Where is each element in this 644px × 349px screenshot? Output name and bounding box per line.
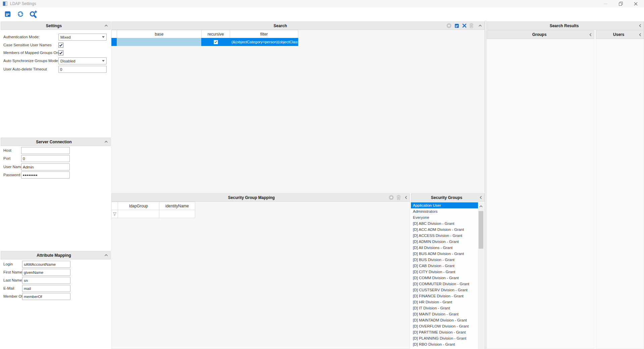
restore-button[interactable] bbox=[613, 0, 628, 7]
security-group-item[interactable]: [D] CAB Division - Grant bbox=[411, 263, 478, 269]
security-group-item[interactable]: Everyone bbox=[411, 214, 478, 220]
timeout-input[interactable] bbox=[58, 66, 107, 73]
collapse-left-icon[interactable] bbox=[405, 196, 407, 199]
security-groups-header: Security Groups bbox=[411, 193, 485, 202]
member-of-input[interactable] bbox=[22, 293, 70, 300]
login-input[interactable] bbox=[22, 261, 70, 268]
case-sensitive-label: Case Sensitive User Names bbox=[3, 42, 52, 49]
minimize-button[interactable] bbox=[598, 0, 613, 7]
security-group-item[interactable]: [D] BUS ADM Division - Grant bbox=[411, 251, 478, 257]
app-icon bbox=[3, 1, 7, 6]
search-row-base-cell[interactable] bbox=[117, 38, 202, 46]
groups-title: Groups bbox=[489, 32, 589, 37]
add-search-button[interactable] bbox=[28, 9, 38, 19]
search-col-header-filter[interactable]: filter bbox=[230, 30, 298, 38]
search-col-header-base[interactable]: base bbox=[117, 30, 202, 38]
attribute-mapping-title: Attribute Mapping bbox=[3, 253, 104, 258]
minimize-icon bbox=[604, 2, 607, 6]
security-group-item[interactable]: [D] OVERFLOW Division - Grant bbox=[411, 323, 478, 329]
mapping-filter-identityname-cell[interactable] bbox=[159, 210, 195, 218]
first-name-input[interactable] bbox=[22, 269, 70, 276]
security-group-item[interactable]: [D] IT Division - Grant bbox=[411, 305, 478, 311]
mapping-filter-row-header[interactable] bbox=[111, 210, 118, 218]
save-search-icon[interactable] bbox=[454, 23, 460, 29]
port-label: Port bbox=[3, 155, 10, 162]
auth-mode-dropdown[interactable]: Mixed bbox=[58, 34, 107, 41]
collapse-up-icon[interactable] bbox=[104, 141, 108, 143]
search-panel-body bbox=[111, 30, 485, 193]
password-label: Password bbox=[3, 171, 20, 179]
refresh-button[interactable] bbox=[15, 9, 25, 19]
chevron-down-icon bbox=[102, 36, 105, 38]
groups-results-body bbox=[487, 39, 594, 349]
search-grid-corner bbox=[111, 30, 117, 38]
security-group-item[interactable]: [D] PLANNING Division - Grant bbox=[411, 335, 478, 341]
security-group-item[interactable]: [D] CUSTSERV Division - Grant bbox=[411, 287, 478, 293]
delete-mapping-icon[interactable] bbox=[396, 195, 401, 200]
auto-sync-dropdown[interactable]: Disabled bbox=[58, 57, 107, 64]
collapse-left-icon[interactable] bbox=[480, 196, 482, 199]
search-row-recursive-cell[interactable] bbox=[201, 38, 230, 46]
security-group-item[interactable]: [D] HR Division - Grant bbox=[411, 299, 478, 305]
close-button[interactable] bbox=[628, 0, 643, 7]
email-input[interactable] bbox=[22, 285, 70, 292]
case-sensitive-checkbox[interactable] bbox=[58, 43, 63, 48]
check-icon bbox=[214, 41, 217, 43]
security-group-item[interactable]: [D] COMMUTER Division - Grant bbox=[411, 281, 478, 287]
chevron-down-icon bbox=[102, 60, 105, 62]
security-group-item[interactable]: [D] MAINTADM Division - Grant bbox=[411, 317, 478, 323]
mapping-filter-ldapgroup-cell[interactable] bbox=[118, 210, 159, 218]
security-group-item[interactable]: [D] ACC ADM Division - Grant bbox=[411, 227, 478, 233]
host-input[interactable] bbox=[21, 147, 70, 154]
mapping-col-header-identityname[interactable]: identityName bbox=[159, 202, 195, 210]
security-group-item[interactable]: [D] ABC Division - Grant bbox=[411, 220, 478, 227]
search-row-filter-cell[interactable]: (&(objectCategory=person)(objectClass=u bbox=[230, 38, 298, 46]
security-group-item[interactable]: [D] ACCESS Division - Grant bbox=[411, 233, 478, 239]
delete-row-icon[interactable] bbox=[469, 23, 474, 28]
mapping-col-header-ldapgroup[interactable]: ldapGroup bbox=[118, 202, 159, 210]
attribute-mapping-panel-header: Attribute Mapping bbox=[1, 251, 111, 259]
host-label: Host bbox=[3, 147, 11, 154]
security-group-item[interactable]: [D] PARTTIME Division - Grant bbox=[411, 329, 478, 335]
auto-sync-value: Disabled bbox=[60, 59, 75, 63]
port-input[interactable] bbox=[21, 155, 70, 162]
security-group-item[interactable]: [D] RBO Division - Grant bbox=[411, 341, 478, 347]
security-group-mapping-body bbox=[111, 201, 410, 349]
collapse-left-icon[interactable] bbox=[639, 24, 641, 28]
server-connection-panel-header: Server Connection bbox=[1, 138, 111, 146]
security-group-item[interactable]: [D] CITY Division - Grant bbox=[411, 269, 478, 275]
search-add-icon bbox=[29, 10, 38, 18]
collapse-up-icon[interactable] bbox=[104, 24, 108, 27]
ldap-settings-window: LDAP Settings Settings Authenticatio bbox=[0, 0, 644, 349]
security-groups-scrollbar[interactable] bbox=[478, 202, 484, 349]
security-group-item[interactable]: Application User bbox=[411, 202, 478, 208]
security-group-item[interactable]: [D] FINANCE Division - Grant bbox=[411, 293, 478, 299]
security-group-item[interactable]: Administrators bbox=[411, 208, 478, 214]
users-header: Users bbox=[596, 30, 644, 39]
collapse-left-icon[interactable] bbox=[639, 33, 641, 37]
scroll-up-icon[interactable] bbox=[478, 204, 484, 209]
add-row-icon[interactable] bbox=[446, 23, 451, 28]
collapse-left-icon[interactable] bbox=[589, 33, 592, 37]
search-row-selector[interactable] bbox=[111, 38, 117, 46]
window-controls bbox=[598, 0, 643, 7]
user-name-input[interactable] bbox=[21, 163, 70, 170]
search-col-header-recursive[interactable]: recursive bbox=[201, 30, 230, 38]
security-group-item[interactable]: [D] BUS Division - Grant bbox=[411, 257, 478, 263]
auth-mode-label: Authentication Mode: bbox=[3, 34, 40, 41]
security-group-item[interactable]: [D] All Divisions - Grant bbox=[411, 245, 478, 251]
recursive-checkbox[interactable] bbox=[214, 40, 218, 44]
last-name-input[interactable] bbox=[22, 277, 70, 284]
save-button[interactable] bbox=[3, 9, 13, 19]
security-group-item[interactable]: [D] MAINT Division - Grant bbox=[411, 311, 478, 317]
password-input[interactable] bbox=[21, 171, 70, 179]
security-group-item[interactable]: [D] ADMIN Division - Grant bbox=[411, 239, 478, 245]
security-group-item[interactable]: [D] SAFETY Division - Grant bbox=[411, 347, 478, 349]
security-group-item[interactable]: [D] COMM Division - Grant bbox=[411, 275, 478, 281]
add-mapping-icon[interactable] bbox=[389, 195, 394, 200]
members-only-checkbox[interactable] bbox=[58, 50, 63, 55]
collapse-up-icon[interactable] bbox=[104, 254, 108, 256]
scrollbar-thumb[interactable] bbox=[479, 211, 483, 249]
cancel-icon[interactable] bbox=[462, 23, 467, 28]
collapse-up-icon[interactable] bbox=[478, 24, 482, 27]
